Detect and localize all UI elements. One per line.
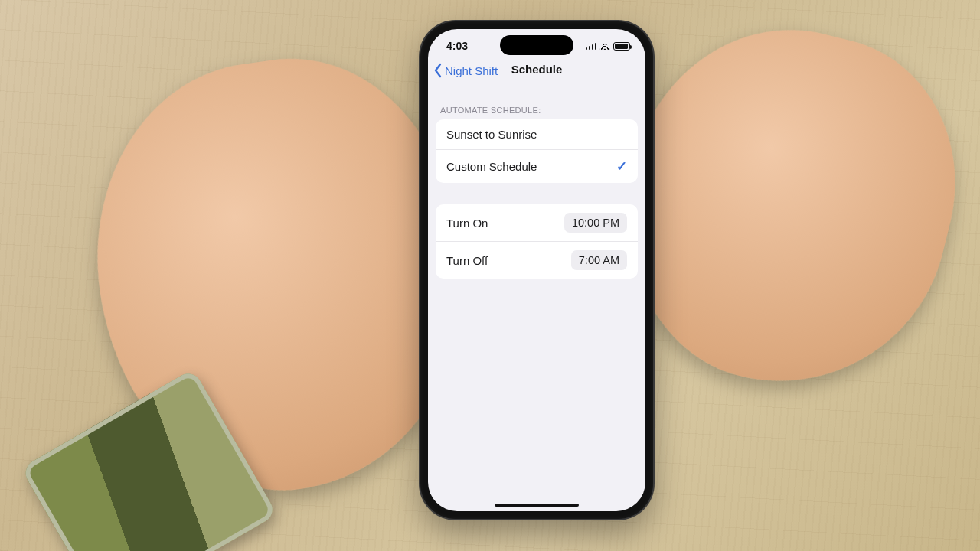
wifi-icon bbox=[599, 42, 610, 50]
checkmark-icon: ✓ bbox=[616, 158, 627, 174]
option-label: Sunset to Sunrise bbox=[446, 128, 537, 141]
battery-icon bbox=[613, 42, 630, 51]
time-group: Turn On 10:00 PM Turn Off 7:00 AM bbox=[436, 204, 638, 279]
dynamic-island bbox=[500, 35, 573, 55]
cellular-signal-icon bbox=[586, 42, 597, 50]
phone-frame: 4:03 Night Shift Schedule AUTOMATE SCHED… bbox=[420, 21, 653, 519]
back-button[interactable]: Night Shift bbox=[428, 63, 498, 78]
navigation-bar: Night Shift Schedule bbox=[428, 63, 645, 89]
row-turn-off[interactable]: Turn Off 7:00 AM bbox=[436, 241, 638, 279]
turn-on-time[interactable]: 10:00 PM bbox=[564, 213, 627, 233]
phone-screen: 4:03 Night Shift Schedule AUTOMATE SCHED… bbox=[428, 29, 645, 511]
section-header-automate: AUTOMATE SCHEDULE: bbox=[428, 89, 645, 119]
turn-off-time[interactable]: 7:00 AM bbox=[571, 250, 627, 270]
home-indicator[interactable] bbox=[495, 504, 579, 507]
chevron-left-icon bbox=[433, 63, 443, 78]
row-label: Turn On bbox=[446, 217, 488, 230]
option-custom-schedule[interactable]: Custom Schedule ✓ bbox=[436, 149, 638, 183]
option-label: Custom Schedule bbox=[446, 160, 537, 173]
status-time: 4:03 bbox=[446, 40, 468, 52]
option-sunset-to-sunrise[interactable]: Sunset to Sunrise bbox=[436, 119, 638, 149]
row-label: Turn Off bbox=[446, 254, 488, 267]
back-label: Night Shift bbox=[445, 64, 498, 77]
row-turn-on[interactable]: Turn On 10:00 PM bbox=[436, 204, 638, 241]
schedule-options-group: Sunset to Sunrise Custom Schedule ✓ bbox=[436, 119, 638, 183]
